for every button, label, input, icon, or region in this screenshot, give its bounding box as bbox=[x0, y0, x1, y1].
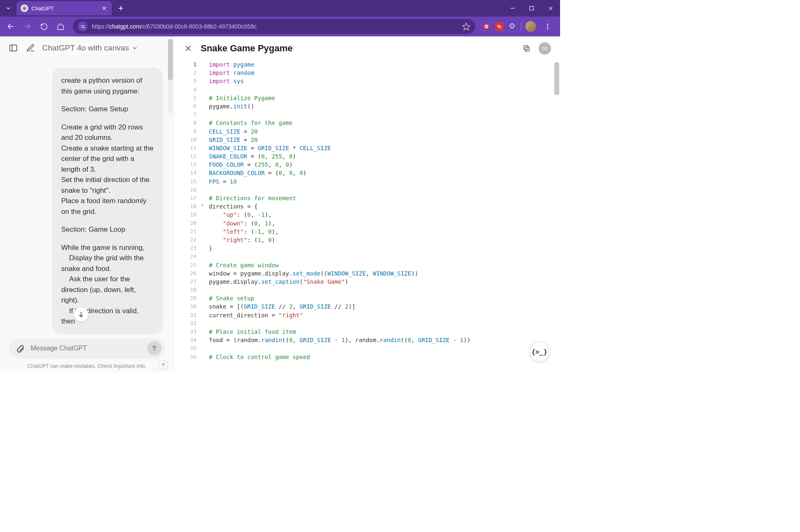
line-number: 18 bbox=[174, 202, 196, 211]
user-avatar[interactable]: SI bbox=[539, 42, 551, 55]
msg-line: Section: Game Setup bbox=[61, 104, 154, 115]
run-fab[interactable]: {>_} bbox=[529, 342, 549, 362]
line-number: 9 bbox=[174, 127, 196, 136]
code-line: pygame.display.set_caption("Snake Game") bbox=[209, 278, 553, 286]
line-number: 5 bbox=[174, 94, 196, 102]
canvas-header: Snake Game Pygame SI bbox=[174, 36, 560, 60]
conversation: create a python version of this game usi… bbox=[0, 60, 174, 334]
line-number: 23 bbox=[174, 244, 196, 252]
tab-strip: ChatGPT bbox=[0, 0, 560, 17]
help-button[interactable]: ? bbox=[158, 360, 168, 370]
window-controls bbox=[503, 0, 560, 17]
message-input[interactable] bbox=[31, 345, 143, 352]
line-number: 7 bbox=[174, 110, 196, 119]
line-number: 27 bbox=[174, 278, 196, 286]
reload-button[interactable] bbox=[36, 19, 51, 34]
app-content: ChatGPT 4o with canvas create a python v… bbox=[0, 36, 560, 372]
copy-button[interactable] bbox=[521, 43, 532, 54]
back-button[interactable] bbox=[3, 19, 18, 34]
site-info-icon[interactable] bbox=[78, 22, 88, 31]
svg-rect-29 bbox=[524, 46, 528, 50]
code-line: SNAKE_COLOR = (0, 255, 0) bbox=[209, 152, 553, 161]
code-line bbox=[209, 86, 553, 94]
extension-icon-1[interactable] bbox=[482, 22, 491, 31]
line-number: 29 bbox=[174, 294, 196, 302]
line-number: 24 bbox=[174, 252, 196, 261]
code-line: import pygame bbox=[209, 60, 553, 69]
code-editor[interactable]: 1234567891011121314151617181920212223242… bbox=[174, 60, 560, 372]
extension-icon-2[interactable]: % bbox=[495, 22, 503, 31]
line-number: 30 bbox=[174, 302, 196, 311]
code-body: import pygameimport randomimport sys# In… bbox=[209, 60, 553, 361]
close-window-button[interactable] bbox=[541, 0, 560, 17]
tab-title: ChatGPT bbox=[31, 5, 98, 12]
toggle-sidebar-icon[interactable] bbox=[7, 42, 19, 54]
msg-line: Section: Game Loop bbox=[61, 224, 154, 235]
code-line: food = (random.randint(0, GRID_SIZE - 1)… bbox=[209, 336, 553, 344]
line-number: 15 bbox=[174, 177, 196, 186]
composer bbox=[0, 334, 174, 361]
code-line: # Directions for movement bbox=[209, 194, 553, 202]
msg-line: create a python version of this game usi… bbox=[61, 75, 154, 96]
svg-rect-6 bbox=[530, 7, 534, 10]
code-line: import sys bbox=[209, 77, 553, 85]
url-actions bbox=[462, 22, 470, 31]
line-number: 35 bbox=[174, 344, 196, 352]
code-line: current_direction = "right" bbox=[209, 311, 553, 319]
line-number: 26 bbox=[174, 269, 196, 278]
code-line: # Place initial food item bbox=[209, 328, 553, 336]
code-line bbox=[209, 186, 553, 194]
browser-menu-button[interactable] bbox=[540, 19, 555, 34]
line-number: 33 bbox=[174, 328, 196, 336]
code-line: # Constants for the game bbox=[209, 119, 553, 127]
new-chat-icon[interactable] bbox=[25, 42, 36, 54]
code-line bbox=[209, 319, 553, 328]
svg-point-11 bbox=[81, 25, 82, 26]
url-text: https://chatgpt.com/c/67030b0d-00c8-8003… bbox=[92, 23, 257, 30]
line-number: 16 bbox=[174, 186, 196, 194]
svg-point-19 bbox=[547, 24, 549, 25]
bookmark-icon[interactable] bbox=[462, 22, 470, 31]
scroll-to-bottom-button[interactable] bbox=[74, 307, 89, 322]
line-number: 28 bbox=[174, 286, 196, 294]
extension-icons: % bbox=[480, 19, 557, 34]
close-canvas-button[interactable] bbox=[183, 43, 193, 53]
msg-line: Ask the user for the direction (up, down… bbox=[61, 274, 154, 306]
tab-close-button[interactable] bbox=[101, 5, 108, 12]
code-line: CELL_SIZE = 20 bbox=[209, 127, 553, 136]
code-line: directions = { bbox=[209, 202, 553, 211]
code-line: "left": (-1, 0), bbox=[209, 228, 553, 236]
model-selector[interactable]: ChatGPT 4o with canvas bbox=[42, 43, 138, 53]
msg-line: Create a grid with 20 rows and 20 column… bbox=[61, 122, 154, 143]
divider bbox=[521, 22, 521, 31]
address-bar[interactable]: https://chatgpt.com/c/67030b0d-00c8-8003… bbox=[73, 19, 475, 34]
code-line: } bbox=[209, 244, 553, 252]
line-gutter: 1234567891011121314151617181920212223242… bbox=[174, 60, 200, 361]
line-number: 6 bbox=[174, 102, 196, 110]
msg-line: Create a snake starting at the center of… bbox=[61, 143, 154, 175]
browser-chrome: ChatGPT https://chatgpt.com/c/67030b0d-0… bbox=[0, 0, 560, 36]
attach-button[interactable] bbox=[14, 342, 26, 355]
new-tab-button[interactable] bbox=[115, 2, 127, 14]
chat-sidebar: ChatGPT 4o with canvas create a python v… bbox=[0, 36, 174, 372]
code-line bbox=[209, 344, 553, 352]
tab-search-button[interactable] bbox=[2, 2, 14, 14]
msg-line: While the game is running, bbox=[61, 242, 154, 253]
chevron-down-icon bbox=[132, 45, 138, 51]
code-line: snake = [(GRID_SIZE // 2, GRID_SIZE // 2… bbox=[209, 302, 553, 311]
line-number: 14 bbox=[174, 169, 196, 177]
profile-avatar[interactable] bbox=[525, 21, 536, 32]
editor-scrollbar-thumb[interactable] bbox=[554, 62, 559, 95]
canvas-actions: SI bbox=[521, 42, 551, 55]
msg-line: Set the initial direction of the snake t… bbox=[61, 175, 154, 196]
url-path: /c/67030b0d-00c8-8003-88b2-4973400c058c bbox=[141, 23, 256, 30]
home-button[interactable] bbox=[53, 19, 68, 34]
send-button[interactable] bbox=[147, 341, 161, 355]
maximize-button[interactable] bbox=[522, 0, 541, 17]
minimize-button[interactable] bbox=[503, 0, 522, 17]
fold-icon[interactable] bbox=[200, 203, 204, 207]
editor-scrollbar-track bbox=[554, 62, 559, 371]
extensions-button[interactable] bbox=[508, 22, 517, 31]
forward-button[interactable] bbox=[20, 19, 35, 34]
browser-tab[interactable]: ChatGPT bbox=[17, 1, 112, 15]
